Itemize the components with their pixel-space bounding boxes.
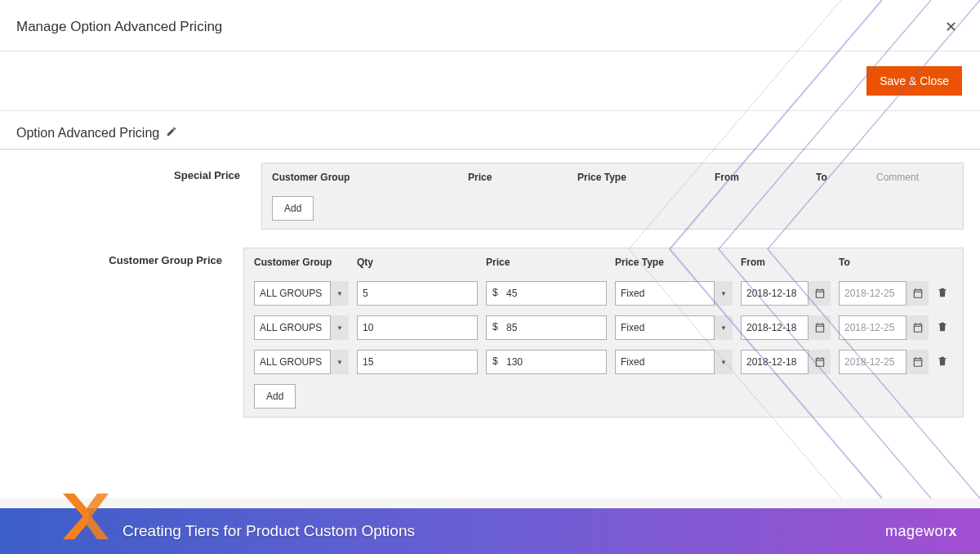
currency-symbol: $ — [492, 287, 498, 298]
section-title-text: Option Advanced Pricing — [16, 126, 159, 141]
content-area: Special Price Customer Group Price Price… — [0, 154, 980, 444]
table-row: ALL GROUPS$Fixed — [254, 345, 953, 379]
special-price-header: Customer Group Price Price Type From To … — [272, 172, 953, 191]
cgp-header: Customer Group Qty Price Price Type From… — [254, 257, 953, 276]
price-type-select[interactable]: Fixed — [615, 281, 733, 306]
modal-header: Manage Option Advanced Pricing ✕ — [0, 0, 980, 51]
header-price: Price — [468, 172, 569, 183]
calendar-icon[interactable] — [906, 281, 929, 306]
customer-group-price-grid: Customer Group Qty Price Price Type From… — [243, 248, 964, 418]
trash-icon[interactable] — [937, 286, 953, 302]
customer-group-select[interactable]: ALL GROUPS — [254, 315, 349, 340]
header-comment: Comment — [876, 172, 953, 183]
special-price-block: Special Price Customer Group Price Price… — [16, 163, 964, 230]
header-customer-group: Customer Group — [272, 172, 460, 183]
header-qty: Qty — [357, 257, 478, 268]
header-price-type: Price Type — [615, 257, 733, 268]
trash-icon[interactable] — [937, 355, 953, 370]
brand-text-1: magewor — [885, 523, 949, 539]
qty-input[interactable] — [357, 281, 478, 306]
qty-input[interactable] — [357, 315, 478, 340]
brand-text-2: x — [948, 523, 957, 539]
brand-logo: mageworx — [885, 523, 957, 540]
price-input[interactable] — [486, 350, 607, 374]
header-from: From — [741, 257, 831, 268]
calendar-icon[interactable] — [808, 350, 831, 374]
customer-group-select[interactable]: ALL GROUPS — [254, 350, 349, 374]
price-type-select[interactable]: Fixed — [615, 315, 733, 340]
action-bar: Save & Close — [0, 51, 980, 111]
header-to: To — [816, 172, 868, 183]
header-price: Price — [486, 257, 607, 268]
footer-banner: Creating Tiers for Product Custom Option… — [0, 508, 980, 554]
special-price-grid: Customer Group Price Price Type From To … — [261, 163, 964, 230]
calendar-icon[interactable] — [808, 315, 831, 340]
special-price-label: Special Price — [16, 163, 261, 230]
pencil-icon[interactable] — [166, 126, 177, 141]
modal-title: Manage Option Advanced Pricing — [16, 19, 222, 35]
customer-group-price-block: Customer Group Price Customer Group Qty … — [16, 248, 964, 418]
save-close-button[interactable]: Save & Close — [866, 66, 962, 96]
add-customer-group-price-button[interactable]: Add — [254, 384, 296, 409]
table-row: ALL GROUPS$Fixed — [254, 311, 953, 345]
header-to: To — [839, 257, 929, 268]
customer-group-price-label: Customer Group Price — [16, 248, 243, 418]
calendar-icon[interactable] — [906, 315, 929, 340]
currency-symbol: $ — [492, 355, 498, 367]
section-header: Option Advanced Pricing — [0, 111, 980, 150]
currency-symbol: $ — [492, 321, 498, 333]
price-input[interactable] — [486, 281, 607, 306]
add-special-price-button[interactable]: Add — [272, 196, 314, 221]
modal-container: Manage Option Advanced Pricing ✕ Save & … — [0, 0, 980, 498]
customer-group-select[interactable]: ALL GROUPS — [254, 281, 349, 306]
close-icon[interactable]: ✕ — [938, 15, 964, 39]
calendar-icon[interactable] — [808, 281, 831, 306]
x-logo-icon — [57, 488, 114, 547]
table-row: ALL GROUPS$Fixed — [254, 276, 953, 311]
header-from: From — [715, 172, 808, 183]
price-input[interactable] — [486, 315, 607, 340]
header-price-type: Price Type — [577, 172, 706, 183]
banner-title: Creating Tiers for Product Custom Option… — [122, 522, 415, 540]
price-type-select[interactable]: Fixed — [615, 350, 733, 374]
header-customer-group: Customer Group — [254, 257, 349, 268]
trash-icon[interactable] — [937, 320, 953, 336]
calendar-icon[interactable] — [906, 350, 929, 374]
qty-input[interactable] — [357, 350, 478, 374]
